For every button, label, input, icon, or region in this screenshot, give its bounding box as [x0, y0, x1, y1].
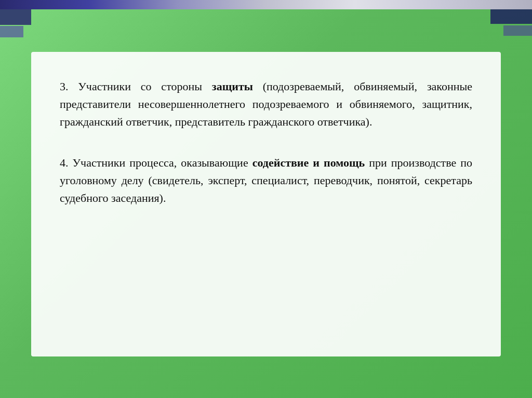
- p3-text-before-bold: Участники со стороны: [69, 80, 212, 93]
- content-area: 3. Участники со стороны защиты (подозрев…: [31, 52, 501, 356]
- corner-right-block-1: [490, 9, 532, 24]
- p4-text-before-bold: Участники процесса, оказывающие: [69, 156, 252, 169]
- corner-left-decoration: [0, 9, 31, 37]
- slide-container: 3. Участники со стороны защиты (подозрев…: [0, 0, 532, 398]
- top-bar: [0, 0, 532, 9]
- corner-left-block-1: [0, 9, 31, 25]
- p3-bold-text: защиты: [212, 80, 253, 93]
- paragraph-4: 4. Участники процесса, оказывающие содей…: [60, 154, 472, 207]
- paragraph-3: 3. Участники со стороны защиты (подозрев…: [60, 78, 472, 131]
- corner-right-decoration: [490, 9, 532, 36]
- p4-number: 4.: [60, 156, 69, 169]
- corner-right-block-2: [503, 25, 532, 36]
- p4-bold-text: содействие и помощь: [252, 156, 365, 169]
- corner-left-block-2: [0, 26, 23, 37]
- p3-number: 3.: [60, 80, 69, 93]
